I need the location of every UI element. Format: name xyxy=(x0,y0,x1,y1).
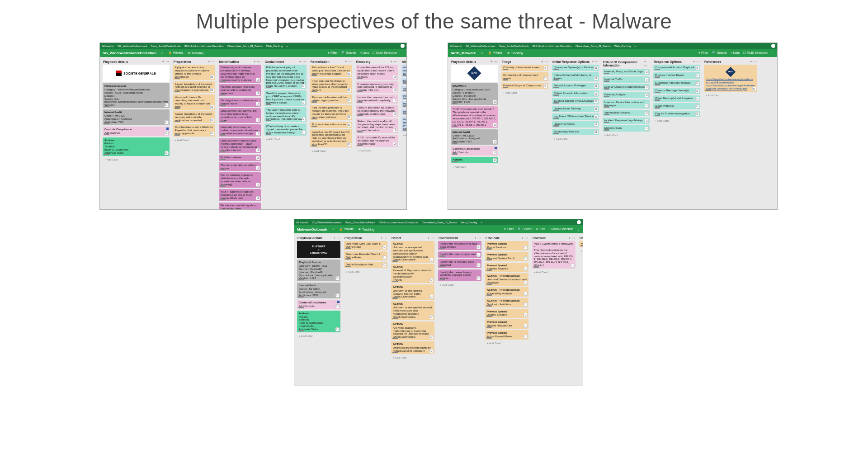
user-badge[interactable]: U xyxy=(476,245,481,249)
breadcrumb-item[interactable]: 898-UnixLinuxIntrusionDetection xyxy=(379,221,418,224)
user-badge[interactable]: U xyxy=(695,89,699,93)
kanban-card[interactable]: *NIST Cybersecurity Framework *This play… xyxy=(532,241,576,269)
kanban-card[interactable]: A full, up-to-date AV scan of the harddr… xyxy=(356,135,398,147)
kanban-card[interactable]: If deemed necessary you may ask your loc… xyxy=(356,81,398,94)
kanban-card[interactable]: Prevent SpreadAdjust Firewall RulesU xyxy=(485,330,528,340)
user-badge[interactable]: U xyxy=(302,117,306,121)
kanban-card[interactable]: A physical access to the suspicious syst… xyxy=(173,65,215,80)
user-badge[interactable]: U xyxy=(347,72,351,76)
add-card-button[interactable]: + Add Card xyxy=(485,341,528,345)
kanban-card[interactable]: Pull the network plug off physically to … xyxy=(264,65,307,89)
user-badge[interactable]: U xyxy=(210,75,214,79)
add-card-button[interactable]: + Add Card xyxy=(501,90,548,95)
kanban-card[interactable]: Dont hesitate to ask a Windows Expert fo… xyxy=(173,124,215,137)
user-badge[interactable]: U xyxy=(543,76,547,80)
kanban-card[interactable]: Initiate Enhanced Monitoring of AssetsU xyxy=(552,72,599,81)
user-badge[interactable]: U xyxy=(493,100,497,104)
user-badge[interactable]: U xyxy=(524,256,528,260)
breadcrumb-item[interactable]: All boards xyxy=(450,45,462,47)
kanban-card[interactable]: Identify the data compromisedU xyxy=(438,251,481,258)
kanban-card[interactable]: ACTIONUnknown or unexpected network traf… xyxy=(391,301,434,320)
kanban-card[interactable]: Compromised Account PlaybookU xyxy=(653,65,700,71)
column-menu-icon[interactable]: + ⋯ xyxy=(299,60,306,64)
kanban-card[interactable]: Unusual network activity Slow internet c… xyxy=(219,138,261,153)
kanban-card[interactable]: A good knowledge of the usual services a… xyxy=(173,111,215,123)
kanban-card[interactable]: The computer reboots without reasonU xyxy=(219,162,261,171)
column-menu-icon[interactable]: + ⋯ xyxy=(521,236,528,240)
filter-button[interactable]: ▾ Filter xyxy=(328,51,338,55)
user-badge[interactable]: U xyxy=(165,120,169,124)
private-tag[interactable]: 🔒 Private xyxy=(488,51,503,55)
kanban-card[interactable]: Restrict Account PrivilegesU xyxy=(552,83,599,89)
user-badge[interactable]: U xyxy=(210,132,214,136)
reference-link[interactable]: https://www.iacdautomate.org/s/Malware-i… xyxy=(706,84,755,90)
user-badge[interactable]: U xyxy=(594,84,598,88)
kanban-card[interactable]: The CERT should be able to isolate the m… xyxy=(264,107,307,123)
breadcrumb-item[interactable]: SG_WebsiteDefacement xyxy=(312,221,342,224)
kanban-card[interactable]: ACTIONUnknown or unexpected services and… xyxy=(391,241,434,263)
kanban-card[interactable]: Blocking Specific IP/URL/DomainU xyxy=(552,98,599,104)
column-menu-icon[interactable]: + ⋯ xyxy=(750,60,757,64)
kanban-card[interactable]: Determine Core Ops Team & Define RolesU xyxy=(344,241,387,250)
user-badge[interactable]: U xyxy=(256,166,260,170)
user-badge[interactable]: U xyxy=(695,74,699,78)
breadcrumb-item[interactable]: SG_WebsiteDefacement xyxy=(466,45,495,47)
add-card-button[interactable]: + Add Card xyxy=(173,138,215,142)
add-card-button[interactable]: + Add Card xyxy=(310,149,352,153)
lists-button[interactable]: ≡ Lists xyxy=(731,51,740,55)
kanban-card[interactable]: Unusually slow computer: sudden unexpect… xyxy=(219,124,261,137)
user-badge[interactable]: U xyxy=(165,151,169,155)
user-badge[interactable]: U xyxy=(594,66,598,70)
kanban-card[interactable]: What went wrongU xyxy=(401,101,406,108)
user-badge[interactable]: U xyxy=(645,78,649,82)
multiselect-button[interactable]: ☐ Multi-Selection xyxy=(373,51,397,55)
kanban-card[interactable]: Controls/ComplianceAdd ControlsU xyxy=(103,127,170,136)
user-badge[interactable]: U xyxy=(256,183,260,187)
user-badge[interactable]: U xyxy=(335,276,340,280)
column-menu-icon[interactable]: + ⋯ xyxy=(491,60,497,64)
kanban-card[interactable]: Internal AuditOwner : Mr CISOAudit statu… xyxy=(103,109,170,125)
user-badge[interactable]: U xyxy=(594,107,598,111)
kanban-card[interactable]: What went rightU xyxy=(401,94,406,100)
user-badge[interactable]: U xyxy=(493,151,497,155)
kanban-card[interactable]: Launch a live AV-based live CD containin… xyxy=(310,129,352,147)
kanban-card[interactable]: Criticality of Associated assetsU xyxy=(501,65,548,71)
kanban-card[interactable]: ACTION - Prevent SpreadUser and Device I… xyxy=(485,273,528,286)
kanban-card[interactable]: Clean Back up(s) and Image(s)U xyxy=(653,95,700,102)
column-menu-icon[interactable]: + ⋯ xyxy=(568,236,575,240)
user-badge[interactable]: U xyxy=(256,102,260,106)
kanban-card[interactable]: Prevent SpreadRequest System PatchU xyxy=(485,252,528,261)
kanban-card[interactable]: HoneyNet AssetsU xyxy=(552,121,599,128)
search-button[interactable]: 🔍 Search xyxy=(712,51,727,55)
kanban-card[interactable]: Produce Incident ReportU xyxy=(653,72,700,79)
breadcrumb-item[interactable]: SG_WebsiteDefacement xyxy=(118,45,147,47)
private-tag[interactable]: 🔒 Private xyxy=(168,51,183,55)
kanban-card[interactable]: Actions to improve malware detection and… xyxy=(401,117,406,132)
kanban-card[interactable]: Connectivity of compromised assetsU xyxy=(501,72,548,81)
user-badge[interactable]: U xyxy=(347,99,351,103)
user-badge[interactable]: U xyxy=(645,119,649,123)
kanban-card[interactable]: A good knowledge of the usual network an… xyxy=(173,81,215,94)
column-menu-icon[interactable]: + ⋯ xyxy=(592,60,599,64)
kanban-card[interactable]: Flag for Further InvestigationU xyxy=(653,111,700,117)
kanban-card[interactable]: User and Device Information and Privileg… xyxy=(603,99,650,109)
column-menu-icon[interactable]: + ⋯ xyxy=(474,236,481,240)
kanban-card[interactable]: ActionsPublishTimelineInvite to Collabor… xyxy=(103,137,170,156)
breadcrumb-item[interactable]: Sans_SocialMediaAttack xyxy=(151,45,181,47)
user-badge[interactable]: U xyxy=(645,104,649,108)
user-badge[interactable]: U xyxy=(493,123,497,127)
breadcrumb-item[interactable]: + xyxy=(634,45,636,47)
kanban-card[interactable]: Controls/ComplianceAdd ControlsU xyxy=(451,146,498,156)
user-badge[interactable]: U xyxy=(524,292,528,296)
kanban-card[interactable]: ACTIONDegraded processing capability (in… xyxy=(391,341,434,354)
kanban-card[interactable]: Network, Proxy, and Email LogsU xyxy=(603,69,650,75)
kanban-card[interactable]: Clean or Reimage Device(s)U xyxy=(653,88,700,94)
kanban-card[interactable]: Remove the binaries and the related regi… xyxy=(310,94,352,104)
user-badge[interactable]: U xyxy=(543,66,547,70)
kanban-card[interactable]: Vulnerability AnalysisU xyxy=(603,110,650,116)
user-badge[interactable]: U xyxy=(256,196,260,200)
kanban-card[interactable]: Identify the means through which the mal… xyxy=(438,269,481,282)
kanban-card[interactable]: ACTIONUnknown or unexpected outgoing Int… xyxy=(391,284,434,300)
user-badge[interactable]: U xyxy=(335,293,340,298)
filter-button[interactable]: ▾ Filter xyxy=(698,51,708,55)
